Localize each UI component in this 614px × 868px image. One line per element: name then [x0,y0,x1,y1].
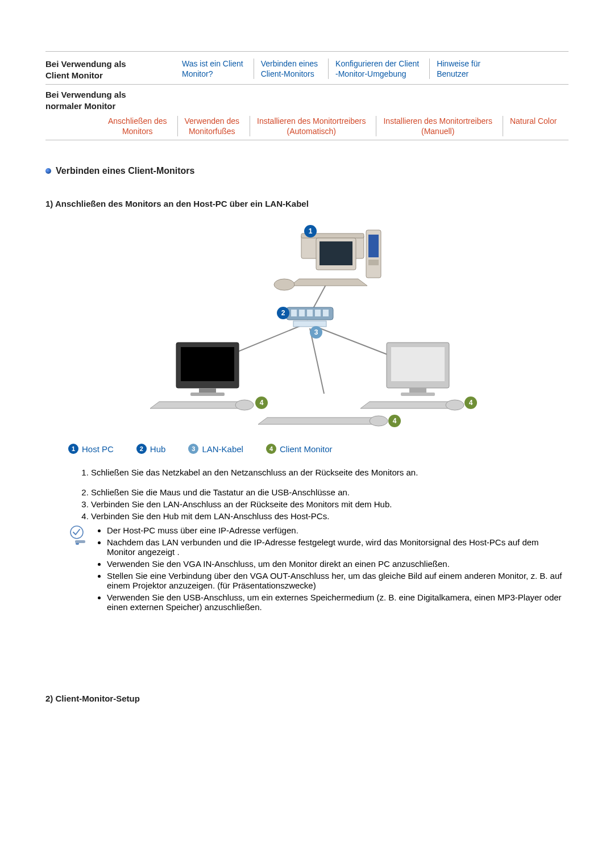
svg-point-43 [370,416,388,426]
legend-lan-cable: 3 LAN-Kabel [188,444,243,454]
list-item: Stellen Sie eine Verbindung über den VGA… [107,571,569,590]
svg-point-39 [446,400,464,410]
list-item: Der Host-PC muss über eine IP-Adresse ve… [107,525,569,535]
svg-rect-8 [368,260,379,265]
tab-use-monitor-stand[interactable]: Verwenden des Monitorfußes [177,116,240,136]
list-item: Schließen Sie das Netzkabel an den Netza… [91,468,569,477]
svg-marker-42 [258,418,384,424]
row-label-client: Bei Verwendung als Client Monitor [45,59,182,81]
list-item: Verwenden Sie den VGA IN-Anschluss, um d… [107,559,569,569]
connection-diagram: 1 2 3 [45,218,569,436]
svg-text:4: 4 [393,417,397,425]
row-label-normal: Bei Verwendung als normaler Monitor [45,89,182,111]
legend-label: Hub [150,444,166,454]
tab-configure-client-env[interactable]: Konfigurieren der Client -Monitor-Umgebu… [328,59,419,79]
tab-connect-monitor[interactable]: Anschließen des Monitors [108,116,167,136]
svg-text:1: 1 [309,227,313,235]
legend-label: LAN-Kabel [202,444,243,454]
divider-top [45,51,569,52]
subheading-2: 2) Client-Monitor-Setup [45,694,569,703]
svg-point-12 [274,279,294,290]
svg-rect-29 [190,393,225,396]
svg-point-31 [235,400,254,410]
bullet-icon [45,168,51,174]
svg-text:4: 4 [260,399,264,407]
svg-marker-30 [150,402,248,408]
svg-rect-36 [409,388,426,393]
nav-row-normal-monitor: Anschließen des Monitors Verwenden des M… [45,112,569,140]
badge-1-icon: 1 [68,444,78,454]
svg-rect-18 [307,310,313,316]
list-item: Verbinden Sie den Hub mit dem LAN-Anschl… [91,511,569,521]
svg-rect-28 [199,388,216,393]
list-item: Nachdem das LAN verbunden und die IP-Adr… [107,537,569,557]
svg-rect-19 [315,310,321,316]
tab-connect-client-monitor[interactable]: Verbinden eines Client-Monitors [254,59,318,79]
svg-rect-37 [401,393,435,396]
svg-rect-21 [293,321,326,327]
divider [45,140,569,140]
badge-4-icon: 4 [266,444,276,454]
tab-user-notes[interactable]: Hinweise für Benutzer [429,59,480,79]
badge-3-icon: 3 [188,444,198,454]
diagram-legend: 1 Host PC 2 Hub 3 LAN-Kabel 4 Client Mon… [68,444,569,454]
svg-rect-17 [299,310,305,316]
svg-rect-10 [320,241,352,265]
tab-natural-color[interactable]: Natural Color [503,116,557,136]
tab-install-driver-manual[interactable]: Installieren des Monitortreibers (Manuel… [376,116,492,136]
nav-row-client-monitor: Bei Verwendung als Client Monitor Was is… [45,55,569,84]
list-item: Schließen Sie die Maus und die Tastatur … [91,487,569,497]
svg-rect-7 [368,235,379,257]
list-item: Verbinden Sie den LAN-Anschluss an der R… [91,499,569,509]
subheading-1: 1) Anschließen des Monitors an den Host-… [45,199,569,208]
svg-text:2: 2 [281,309,285,317]
svg-rect-16 [291,310,297,316]
legend-label: Client Monitor [280,444,333,454]
legend-client-monitor: 4 Client Monitor [266,444,333,454]
note-bullets: Der Host-PC muss über eine IP-Adresse ve… [97,525,569,614]
svg-text:3: 3 [314,328,318,336]
section-heading-text: Verbinden eines Client-Monitors [56,166,194,176]
legend-hub: 2 Hub [136,444,166,454]
svg-text:4: 4 [469,399,473,407]
section-heading: Verbinden eines Client-Monitors [45,166,569,176]
badge-2-icon: 2 [136,444,147,454]
legend-label: Host PC [82,444,114,454]
svg-rect-20 [323,310,329,316]
legend-host-pc: 1 Host PC [68,444,114,454]
instruction-steps: Schließen Sie das Netzkabel an den Netza… [68,468,569,521]
check-icon [68,525,89,614]
svg-marker-11 [290,279,367,286]
svg-rect-27 [181,347,234,381]
svg-rect-48 [75,540,85,543]
list-item: Verwenden Sie den USB-Anschluss, um ein … [107,592,569,612]
tab-what-is-client-monitor[interactable]: Was ist ein Client Monitor? [182,59,243,79]
svg-rect-35 [391,347,445,381]
svg-marker-38 [360,402,458,408]
note-block: Der Host-PC muss über eine IP-Adresse ve… [68,525,569,614]
tab-install-driver-auto[interactable]: Installieren des Monitortreibers (Automa… [250,116,366,136]
